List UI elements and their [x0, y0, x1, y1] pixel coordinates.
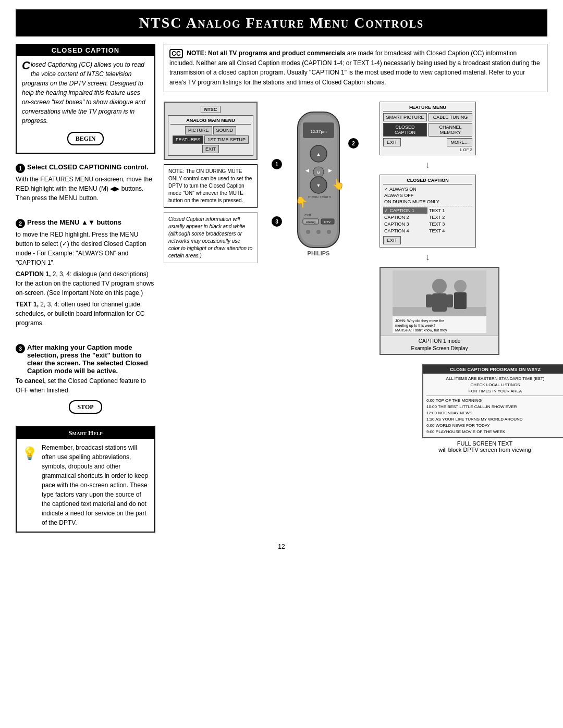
cc-intro-italic: losed Captioning (CC) allows you to read… — [22, 61, 145, 125]
svg-point-21 — [327, 230, 331, 234]
cc-always-off: ALWAYS OFF — [383, 192, 472, 199]
step-3-body-inline: After making your Caption mode selection… — [27, 343, 155, 375]
cc-options-grid: ✓ CAPTION 1 TEXT 1 CAPTION 2 TEXT 2 CAPT… — [383, 207, 472, 234]
begin-button: BEGIN — [67, 132, 104, 145]
step-1-heading-text: Select CLOSED CAPTIONING — [27, 163, 121, 171]
step-2-num: 2 — [16, 219, 25, 228]
step-3-cancel-head: To cancel, — [16, 377, 46, 385]
page-number: 12 — [16, 543, 547, 550]
cc-menu-exit: EXIT — [383, 236, 401, 244]
cc-caption2: CAPTION 2 — [383, 214, 427, 220]
svg-text:M: M — [317, 170, 321, 175]
cc-intro-box: CLOSED CAPTION C losed Captioning (CC) a… — [16, 44, 155, 154]
fullscreen-item-2: 10:00 THE BEST LITTLE CALL-IN SHOW EVER — [426, 404, 563, 410]
svg-text:meeting up to this week?: meeting up to this week? — [395, 324, 436, 328]
cc-intro-content: C losed Captioning (CC) allows you to re… — [17, 56, 154, 153]
svg-text:◀: ◀ — [305, 168, 309, 173]
page-title: NTSC Analog Feature Menu Controls — [26, 15, 537, 31]
cc-caption4: CAPTION 4 — [383, 228, 427, 234]
fullscreen-label2: will block DPTV screen from viewing — [424, 447, 545, 453]
fullscreen-item-5: 6:00 WORLD NEWS FOR TODAY — [426, 423, 563, 429]
feat-exit: EXIT — [383, 138, 401, 146]
step-1-num: 1 — [16, 164, 25, 173]
svg-point-33 — [432, 279, 447, 293]
cc-options-on: ✓ ALWAYS ON ALWAYS OFF ON DURING MUTE ON… — [383, 186, 472, 205]
ntsc-label: NTSC — [201, 106, 221, 113]
step-1-body: With the FEATURES MENU on-screen, move t… — [16, 175, 155, 203]
ntsc-tv-box: NTSC ANALOG MAIN MENU PICTURE SOUND FEAT… — [164, 102, 258, 160]
caption-screen-label1: CAPTION 1 mode — [382, 338, 497, 345]
cc-mute-only: ON DURING MUTE ONLY — [383, 199, 472, 205]
step-3: 3 After making your Caption mode selecti… — [16, 343, 155, 417]
svg-point-20 — [316, 230, 321, 234]
step-2-text: TEXT 1, 2, 3, 4: often used for channel … — [16, 300, 155, 328]
svg-text:return: return — [320, 194, 331, 199]
feat-bottom-row: EXIT MORE... — [383, 138, 472, 146]
cc-text1: TEXT 1 — [428, 207, 472, 214]
svg-text:▼: ▼ — [316, 183, 321, 188]
page: NTSC Analog Feature Menu Controls CLOSED… — [0, 0, 563, 728]
svg-text:▲: ▲ — [316, 152, 321, 157]
analog-items: PICTURE SOUND FEATURES 1ST TIME SETUP EX… — [170, 126, 251, 153]
svg-rect-36 — [447, 294, 453, 307]
left-column: CLOSED CAPTION C losed Captioning (CC) a… — [16, 44, 155, 533]
feature-menu-box: FEATURE MENU SMART PICTURE CABLE TUNING … — [380, 102, 476, 155]
analog-item-setup: 1ST TIME SETUP — [204, 135, 249, 144]
feat-cable-tuning: CABLE TUNING — [429, 113, 472, 121]
step-2-body-text: to move the RED highlight. Press the MEN… — [16, 230, 155, 267]
fullscreen-sub: ALL ITEMS ARE EASTERN STANDARD TIME (EST… — [426, 376, 563, 396]
cc-menu-label: CLOSED CAPTION — [383, 178, 472, 184]
analog-item-exit: EXIT — [202, 145, 219, 153]
feature-menu-items: SMART PICTURE CABLE TUNING CLOSED CAPTIO… — [383, 113, 472, 137]
step-1-header: 1 Select CLOSED CAPTIONING control. — [16, 163, 155, 173]
svg-text:MARSHA: I don't know, but they: MARSHA: I don't know, but they — [395, 328, 447, 332]
svg-point-19 — [306, 230, 310, 234]
step-3-cancel: To cancel, set the Closed Captioned feat… — [16, 376, 155, 417]
svg-text:DTV: DTV — [324, 220, 331, 224]
svg-text:JOHN: Why did they move the: JOHN: Why did they move the — [395, 319, 444, 323]
smart-help-box: Smart Help 💡 Remember, broadcast station… — [16, 426, 155, 533]
feat-page: 1 OF 2 — [383, 147, 472, 152]
fullscreen-item-4: 1:30 AS YOUR LIFE TURNS MY WORLD AROUND — [426, 416, 563, 423]
step-2-text-head: TEXT 1, — [16, 301, 39, 308]
cc-text3: TEXT 3 — [428, 221, 472, 227]
svg-rect-35 — [426, 294, 432, 307]
fullscreen-item-3: 12:00 NOONDAY NEWS — [426, 410, 563, 416]
info-note: Closed Caption information will usually … — [164, 212, 258, 263]
svg-point-37 — [454, 280, 467, 292]
cc-menu-box: CLOSED CAPTION ✓ ALWAYS ON ALWAYS OFF ON… — [380, 175, 476, 248]
arrow-down-1: ↓ — [380, 159, 476, 170]
person-box-inner: JOHN: Why did they move the meeting up t… — [381, 268, 498, 336]
svg-text:1: 1 — [275, 162, 278, 167]
person-illustration: JOHN: Why did they move the meeting up t… — [393, 270, 486, 333]
caption-screen-label: CAPTION 1 mode Example Screen Display — [381, 336, 498, 354]
cc-text2: TEXT 2 — [428, 214, 472, 220]
fullscreen-text-box: CLOSE CAPTION PROGRAMS ON WXYZ ALL ITEMS… — [422, 364, 563, 438]
right-column: CC NOTE: Not all TV programs and product… — [164, 44, 547, 455]
right-top-section: NTSC ANALOG MAIN MENU PICTURE SOUND FEAT… — [164, 102, 547, 355]
cc-text4: TEXT 4 — [428, 228, 472, 234]
step-2-caption-head: CAPTION 1, — [16, 270, 51, 278]
step-3-cancel-text: To cancel, set the Closed Captioned feat… — [16, 376, 155, 395]
note-bold: NOTE: Not all TV programs and product co… — [187, 50, 345, 57]
cc-icon: CC — [169, 49, 183, 58]
feat-smart-picture: SMART PICTURE — [383, 113, 427, 121]
main-layout: CLOSED CAPTION C losed Captioning (CC) a… — [16, 44, 547, 533]
step-1-subheading: control. — [124, 163, 149, 171]
fullscreen-area: CLOSE CAPTION PROGRAMS ON WXYZ ALL ITEMS… — [164, 364, 547, 455]
svg-text:12:37pm: 12:37pm — [310, 129, 326, 134]
feature-cc-column: FEATURE MENU SMART PICTURE CABLE TUNING … — [380, 102, 476, 355]
cc-menu-exit-row: EXIT — [383, 236, 472, 244]
step-3-header: 3 After making your Caption mode selecti… — [16, 343, 155, 375]
svg-text:👆: 👆 — [332, 178, 345, 190]
svg-text:exit: exit — [304, 213, 311, 217]
person-box: JOHN: Why did they move the meeting up t… — [380, 267, 499, 355]
svg-text:2: 2 — [352, 141, 355, 146]
fullscreen-header: CLOSE CAPTION PROGRAMS ON WXYZ — [423, 365, 563, 374]
caption-screen-label2: Example Screen Display — [382, 345, 497, 352]
analog-item-picture: PICTURE — [185, 126, 212, 134]
svg-text:menu: menu — [308, 194, 319, 199]
smart-help-body: Remember, broadcast stations will often … — [42, 443, 149, 527]
step-1-heading: Select CLOSED CAPTIONING control. — [27, 163, 149, 171]
analog-main-label: ANALOG MAIN MENU — [170, 118, 251, 125]
